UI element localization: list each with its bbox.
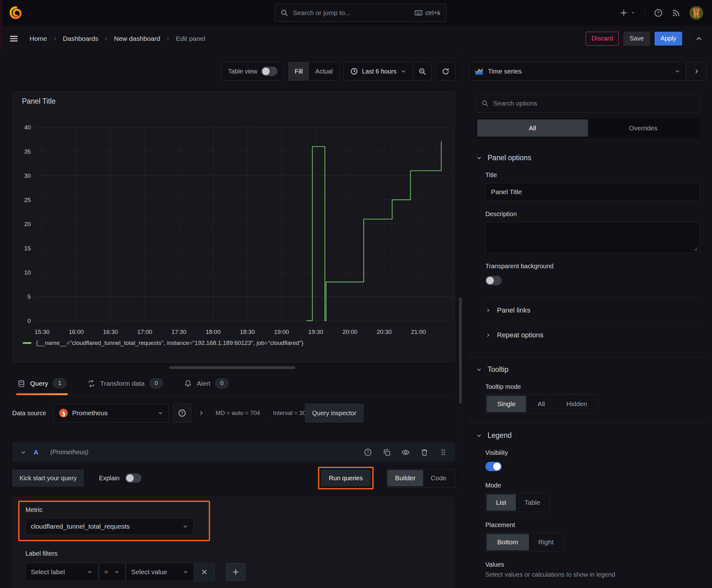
duplicate-query-icon[interactable] (382, 448, 391, 457)
tab-query[interactable]: Query 1 (16, 372, 68, 395)
x-tick-label: 15:30 (35, 329, 50, 335)
x-tick-label: 16:00 (69, 329, 84, 335)
visualization-select[interactable]: Time series (469, 62, 686, 81)
datasource-select[interactable]: Prometheus (53, 404, 169, 422)
chevron-down-icon (476, 155, 482, 161)
search-input[interactable] (293, 9, 410, 17)
options-expand-chevron-icon[interactable] (198, 410, 205, 417)
values-hint: Select values or calculations to show in… (486, 571, 700, 578)
drag-grip-icon[interactable] (439, 448, 448, 457)
visibility-toggle[interactable] (486, 462, 502, 471)
tooltip-header[interactable]: Tooltip (476, 365, 700, 374)
chart-legend[interactable]: {__name__="cloudflared_tunnel_total_requ… (23, 339, 303, 346)
select-value-dropdown[interactable]: Select value (126, 563, 194, 581)
chevron-down-icon (476, 433, 482, 439)
code-option[interactable]: Code (423, 470, 454, 486)
hamburger-menu-icon[interactable] (9, 34, 19, 44)
panel-options-header[interactable]: Panel options (476, 153, 700, 162)
collapse-query-chevron-icon[interactable] (20, 449, 27, 456)
query-inspector-button[interactable]: Query inspector (305, 404, 364, 422)
placement-bottom-option[interactable]: Bottom (487, 534, 529, 550)
chart-panel[interactable]: Panel Title 051015202530354015:3016:0016… (12, 92, 455, 363)
avatar[interactable] (689, 6, 703, 20)
datasource-label: Data source (12, 410, 46, 417)
plus-icon (619, 8, 628, 17)
global-search[interactable]: ctrl+k (274, 4, 447, 22)
transparent-background-toggle[interactable] (486, 276, 502, 285)
time-range-picker[interactable]: Last 6 hours (344, 62, 413, 80)
mode-label: Mode (486, 482, 700, 489)
repeat-options-row[interactable]: Repeat options (486, 322, 700, 348)
tab-overrides[interactable]: Overrides (588, 119, 699, 136)
query-row-header[interactable]: A (Prometheus) (12, 443, 455, 462)
actual-option[interactable]: Actual (309, 62, 339, 80)
label-filters-section: Label filters Select label = Select valu… (25, 550, 448, 581)
grafana-logo-icon[interactable] (9, 6, 23, 20)
zoom-out-icon (418, 67, 427, 76)
time-series-chart: 051015202530354015:3016:0016:3017:0017:3… (13, 92, 455, 362)
breadcrumb-bar: Home Dashboards New dashboard Edit panel… (0, 26, 712, 51)
scrollbar-thumb[interactable] (459, 297, 462, 404)
x-tick-label: 17:00 (137, 329, 152, 335)
breadcrumb-new-dashboard[interactable]: New dashboard (114, 35, 160, 42)
placement-right-option[interactable]: Right (529, 534, 563, 550)
metric-value: cloudflared_tunnel_total_requests (31, 523, 130, 530)
mode-table-option[interactable]: Table (516, 495, 549, 511)
apply-button[interactable]: Apply (654, 32, 682, 45)
tooltip-hidden-option[interactable]: Hidden (556, 396, 598, 412)
explain-control: Explain (99, 474, 142, 483)
panel-resize-handle[interactable] (169, 366, 296, 369)
save-button[interactable]: Save (624, 32, 650, 45)
refresh-button[interactable] (436, 62, 455, 80)
builder-option[interactable]: Builder (387, 470, 423, 486)
chevron-down-icon (476, 366, 482, 373)
resize-grip-icon[interactable] (693, 247, 698, 252)
tab-all[interactable]: All (477, 119, 588, 136)
news-rss-icon[interactable] (672, 8, 681, 17)
options-search-input[interactable] (493, 100, 694, 107)
run-queries-button[interactable]: Run queries (321, 470, 371, 486)
plus-icon (232, 568, 240, 576)
remove-filter-button[interactable] (194, 563, 215, 581)
chevron-down-icon (182, 523, 188, 530)
transform-icon (87, 379, 95, 387)
datasource-name: Prometheus (72, 409, 108, 417)
datasource-help-button[interactable] (173, 404, 191, 422)
tooltip-single-option[interactable]: Single (487, 396, 526, 412)
fill-option[interactable]: Fill (288, 62, 309, 80)
y-tick-label: 20 (24, 221, 31, 227)
chevron-down-icon (157, 410, 164, 416)
mode-list-option[interactable]: List (487, 495, 516, 511)
divider (645, 6, 645, 19)
discard-button[interactable]: Discard (586, 32, 619, 45)
table-view-toggle[interactable] (261, 67, 278, 76)
breadcrumb-home[interactable]: Home (29, 35, 47, 42)
query-help-icon[interactable] (364, 448, 372, 457)
select-label-dropdown[interactable]: Select label (25, 563, 98, 581)
help-icon[interactable] (654, 8, 663, 18)
breadcrumb-dashboards[interactable]: Dashboards (63, 35, 98, 42)
legend-placement-switch: Bottom Right (486, 533, 564, 551)
collapse-chevron-up-icon[interactable] (694, 34, 703, 43)
legend-placement-field: Placement Bottom Right (486, 521, 700, 551)
table-view-group: Table view (221, 62, 284, 81)
zoom-out-button[interactable] (413, 62, 431, 80)
delete-query-trash-icon[interactable] (420, 448, 429, 457)
add-filter-button[interactable] (226, 563, 245, 581)
tab-transform-data[interactable]: Transform data 0 (86, 372, 165, 395)
panel-title: Panel Title (22, 97, 56, 106)
tab-alert[interactable]: Alert 0 (183, 372, 230, 395)
tooltip-all-option[interactable]: All (526, 396, 556, 412)
toggle-visibility-eye-icon[interactable] (401, 448, 410, 457)
legend-header[interactable]: Legend (476, 431, 700, 440)
new-menu-button[interactable] (619, 8, 636, 17)
panel-title-input[interactable] (486, 183, 700, 201)
description-textarea[interactable] (486, 222, 700, 253)
operator-dropdown[interactable]: = (99, 563, 125, 581)
panel-links-row[interactable]: Panel links (486, 298, 700, 322)
kick-start-query-button[interactable]: Kick start your query (12, 469, 84, 486)
metric-select[interactable]: cloudflared_tunnel_total_requests (25, 518, 194, 535)
collapse-options-pane-button[interactable] (687, 62, 707, 81)
explain-toggle[interactable] (125, 474, 142, 483)
options-search[interactable] (476, 94, 700, 112)
